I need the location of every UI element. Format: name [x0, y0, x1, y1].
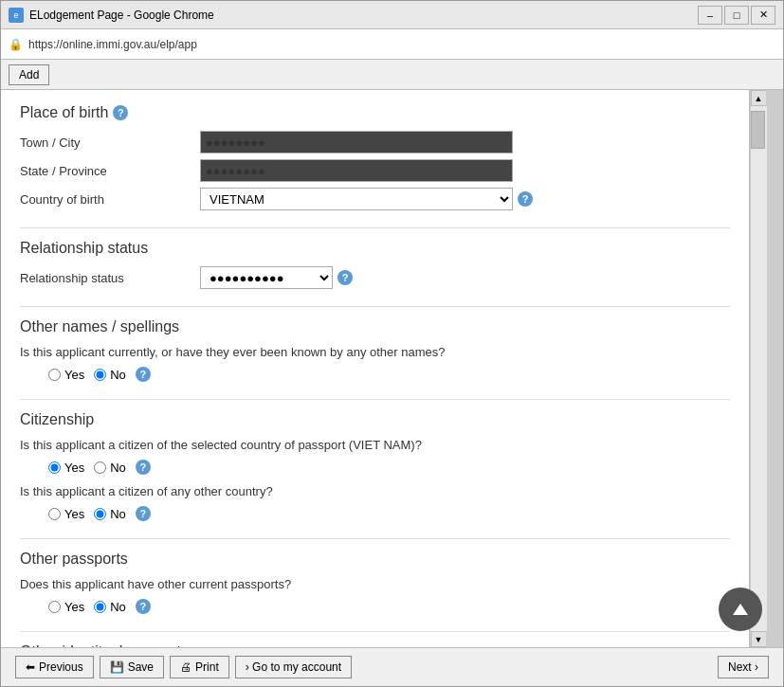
relationship-row: Relationship status ●●●●●●●●●● ?: [20, 266, 730, 289]
other-passports-title: Other passports: [20, 551, 128, 568]
other-passports-no-radio[interactable]: [94, 601, 106, 613]
other-names-section: Other names / spellings Is this applican…: [20, 318, 730, 382]
scroll-to-top-button[interactable]: [719, 588, 762, 631]
citizenship-q2-no-radio[interactable]: [94, 508, 106, 520]
other-names-help-icon[interactable]: ?: [136, 367, 151, 382]
right-sidebar: [766, 90, 783, 647]
save-button[interactable]: 💾 Save: [100, 656, 164, 678]
citizenship-question1: Is this applicant a citizen of the selec…: [20, 438, 730, 452]
ssl-lock-icon: 🔒: [9, 38, 23, 51]
scroll-top-arrow-icon: [731, 600, 750, 619]
relationship-status-title: Relationship status: [20, 240, 148, 257]
other-names-yes-label[interactable]: Yes: [48, 368, 84, 382]
citizenship-q2-yes-label[interactable]: Yes: [48, 507, 84, 521]
other-names-title: Other names / spellings: [20, 318, 179, 335]
citizenship-q1-yes-label[interactable]: Yes: [48, 461, 84, 475]
town-city-input[interactable]: [200, 131, 513, 154]
other-passports-question: Does this applicant have other current p…: [20, 577, 730, 591]
other-names-question: Is this applicant currently, or have the…: [20, 345, 730, 359]
country-birth-select[interactable]: VIETNAM AUSTRALIA OTHER: [200, 188, 513, 210]
place-of-birth-help-icon[interactable]: ?: [113, 105, 128, 120]
window-title: ELodgement Page - Google Chrome: [29, 9, 214, 22]
scrollbar-track: [751, 106, 767, 631]
citizenship-q1-radio-group: Yes No ?: [48, 460, 730, 475]
citizenship-q1-no-radio[interactable]: [94, 461, 106, 474]
previous-icon: ⬅: [26, 660, 35, 674]
save-icon: 💾: [110, 660, 124, 674]
previous-button[interactable]: ⬅ Previous: [15, 656, 94, 678]
citizenship-q1-no-label[interactable]: No: [94, 461, 126, 475]
other-names-radio-group: Yes No ?: [48, 367, 730, 382]
relationship-help-icon[interactable]: ?: [337, 270, 353, 285]
country-birth-label: Country of birth: [20, 192, 191, 207]
other-names-no-radio[interactable]: [94, 369, 106, 381]
close-button[interactable]: ✕: [751, 6, 775, 25]
other-passports-radio-group: Yes No ?: [48, 599, 730, 614]
state-province-input[interactable]: [200, 159, 513, 182]
state-province-label: State / Province: [20, 164, 191, 178]
other-names-no-label[interactable]: No: [94, 368, 126, 382]
app-icon: e: [9, 8, 24, 23]
place-of-birth-section: Place of birth ? Town / City State / Pro…: [20, 104, 730, 210]
relationship-select[interactable]: ●●●●●●●●●●: [200, 266, 333, 289]
relationship-label: Relationship status: [20, 271, 191, 285]
state-province-row: State / Province: [20, 159, 730, 182]
address-url[interactable]: https://online.immi.gov.au/elp/app: [28, 38, 775, 51]
footer: ⬅ Previous 💾 Save 🖨 Print › Go to my acc…: [1, 647, 783, 686]
add-button[interactable]: Add: [9, 64, 49, 85]
print-icon: 🖨: [180, 660, 191, 674]
other-passports-section: Other passports Does this applicant have…: [20, 551, 730, 614]
other-passports-yes-radio[interactable]: [48, 601, 61, 613]
relationship-status-section: Relationship status Relationship status …: [20, 240, 730, 289]
town-city-row: Town / City: [20, 131, 730, 154]
print-button[interactable]: 🖨 Print: [170, 656, 229, 678]
citizenship-q2-radio-group: Yes No ?: [48, 506, 730, 521]
citizenship-q2-help-icon[interactable]: ?: [136, 506, 151, 521]
maximize-button[interactable]: □: [724, 6, 749, 25]
next-button[interactable]: Next ›: [718, 656, 769, 678]
citizenship-title: Citizenship: [20, 411, 94, 428]
citizenship-section: Citizenship Is this applicant a citizen …: [20, 411, 730, 521]
svg-marker-0: [733, 604, 748, 615]
other-passports-no-label[interactable]: No: [94, 600, 126, 614]
scroll-down-button[interactable]: ▼: [751, 631, 767, 647]
other-names-yes-radio[interactable]: [48, 369, 61, 381]
citizenship-q1-help-icon[interactable]: ?: [136, 460, 151, 475]
page-content-area: Place of birth ? Town / City State / Pro…: [1, 90, 750, 647]
country-birth-help-icon[interactable]: ?: [518, 191, 533, 207]
account-button[interactable]: › Go to my account: [235, 656, 352, 678]
minimize-button[interactable]: –: [698, 6, 722, 25]
scrollbar-thumb[interactable]: [751, 111, 765, 149]
other-passports-help-icon[interactable]: ?: [136, 599, 151, 614]
citizenship-question2: Is this applicant a citizen of any other…: [20, 484, 730, 498]
scroll-up-button[interactable]: ▲: [751, 90, 767, 106]
other-passports-yes-label[interactable]: Yes: [48, 600, 84, 614]
country-birth-row: Country of birth VIETNAM AUSTRALIA OTHER…: [20, 188, 730, 210]
town-city-label: Town / City: [20, 136, 191, 150]
place-of-birth-title: Place of birth: [20, 104, 108, 121]
citizenship-q1-yes-radio[interactable]: [48, 461, 61, 474]
citizenship-q2-yes-radio[interactable]: [48, 508, 61, 520]
scrollbar[interactable]: ▲ ▼: [750, 90, 766, 647]
account-arrow-icon: ›: [246, 660, 249, 674]
citizenship-q2-no-label[interactable]: No: [94, 507, 126, 521]
